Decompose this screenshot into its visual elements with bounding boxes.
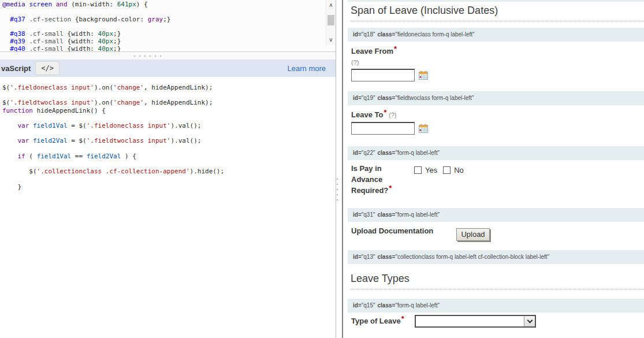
pay-in-advance-options: Yes No: [414, 166, 470, 174]
code-line: function hideAppendLink() {: [2, 107, 336, 114]
scroll-up-icon[interactable]: ∧: [326, 1, 336, 9]
pane-splitter-handle[interactable]: [337, 179, 338, 205]
type-of-leave-select[interactable]: [415, 315, 536, 328]
js-code: $('.fieldoneclass input').on('change', h…: [0, 77, 336, 191]
field-id-bar-q13: id="q13"class="collectionclass form-q la…: [348, 250, 644, 264]
type-of-leave-label: Type of Leave*: [351, 317, 404, 325]
calendar-icon[interactable]: [419, 70, 428, 80]
field-id-bar-q15: id="q15"class="form-q label-left": [348, 299, 644, 313]
yes-checkbox[interactable]: [414, 166, 422, 174]
code-line: $('.collectionclass .cf-collection-appen…: [2, 168, 336, 175]
code-view-button[interactable]: </>: [35, 61, 59, 75]
code-line: [2, 145, 336, 153]
field-id-bar-q22: id="q22"class="form-q label-left": [348, 146, 644, 160]
code-line: #q37 .cf-section {background-color: gray…: [2, 16, 336, 24]
section-heading-span-of-leave: Span of Leave (Inclusive Dates): [351, 5, 644, 21]
chevron-down-icon: [527, 318, 533, 324]
code-line: #q40 .cf-small {width: 40px;}: [2, 46, 336, 51]
no-checkbox[interactable]: [443, 166, 451, 174]
no-checkbox-label: No: [454, 166, 464, 174]
leave-to-help-link[interactable]: (?): [389, 112, 396, 118]
leave-to-input[interactable]: [351, 122, 415, 135]
code-line: [2, 91, 336, 99]
form-preview-panel: Span of Leave (Inclusive Dates) id="q18"…: [343, 0, 644, 338]
section-heading-leave-types: Leave Types: [351, 273, 644, 289]
css-editor-scrollbar[interactable]: ∧ ∨: [326, 0, 336, 45]
required-asterisk: *: [389, 184, 392, 192]
code-line: @media screen and (min-width: 641px) {: [2, 1, 336, 9]
code-line: $('.fieldtwoclass input').on('change', h…: [2, 99, 336, 106]
code-line: [2, 114, 336, 122]
upload-button[interactable]: Upload: [456, 228, 490, 241]
leave-from-label: Leave From*: [351, 47, 397, 55]
required-asterisk: *: [394, 44, 397, 53]
code-line: [2, 129, 336, 137]
js-editor[interactable]: $('.fieldoneclass input').on('change', h…: [0, 77, 336, 338]
code-line: var field1Val = $('.fieldoneclass input'…: [2, 122, 336, 129]
leave-to-label: Leave To* (?): [351, 110, 397, 119]
js-editor-header: vaScript </> Learn more: [0, 60, 336, 77]
field-id-bar-q19: id="q19"class="fieldtwoclass form-q labe…: [348, 91, 644, 105]
code-line: $('.fieldoneclass input').on('change', h…: [2, 84, 336, 91]
learn-more-link[interactable]: Learn more: [288, 64, 326, 73]
code-line: if ( field1Val == field2Val ) {: [2, 153, 336, 160]
pay-in-advance-label: Is Pay in Advance Required?*: [351, 163, 397, 196]
calendar-icon[interactable]: [419, 124, 428, 133]
form-builder-window: @media screen and (min-width: 641px) { #…: [0, 0, 644, 338]
required-asterisk: *: [401, 314, 404, 323]
code-editors-pane: @media screen and (min-width: 641px) { #…: [0, 0, 336, 338]
js-editor-title: vaScript: [1, 64, 31, 73]
upload-documentation-label: Upload Documentation: [351, 226, 433, 235]
code-line: [2, 160, 336, 168]
css-editor[interactable]: @media screen and (min-width: 641px) { #…: [0, 0, 336, 51]
partial-id-bar: [348, 0, 644, 2]
code-line: [2, 175, 336, 183]
field-id-bar-q31: id="q31"class="form-q label-left": [348, 208, 644, 222]
editor-resize-handle[interactable]: [0, 51, 336, 60]
yes-checkbox-label: Yes: [425, 166, 437, 174]
css-code: @media screen and (min-width: 641px) { #…: [0, 0, 336, 51]
field-id-bar-q18: id="q18"class="fieldoneclass form-q labe…: [348, 28, 644, 42]
code-line: }: [2, 183, 336, 191]
scroll-down-icon[interactable]: ∨: [326, 36, 336, 44]
scrollbar-thumb[interactable]: [327, 15, 334, 25]
code-line: var field2Val = $('.fieldtwoclass input'…: [2, 137, 336, 144]
required-asterisk: *: [384, 108, 386, 117]
resize-dots-icon: [134, 55, 165, 57]
leave-from-input[interactable]: [351, 69, 415, 81]
leave-from-help-link[interactable]: (?): [351, 59, 359, 66]
select-arrow-box[interactable]: [524, 316, 535, 326]
